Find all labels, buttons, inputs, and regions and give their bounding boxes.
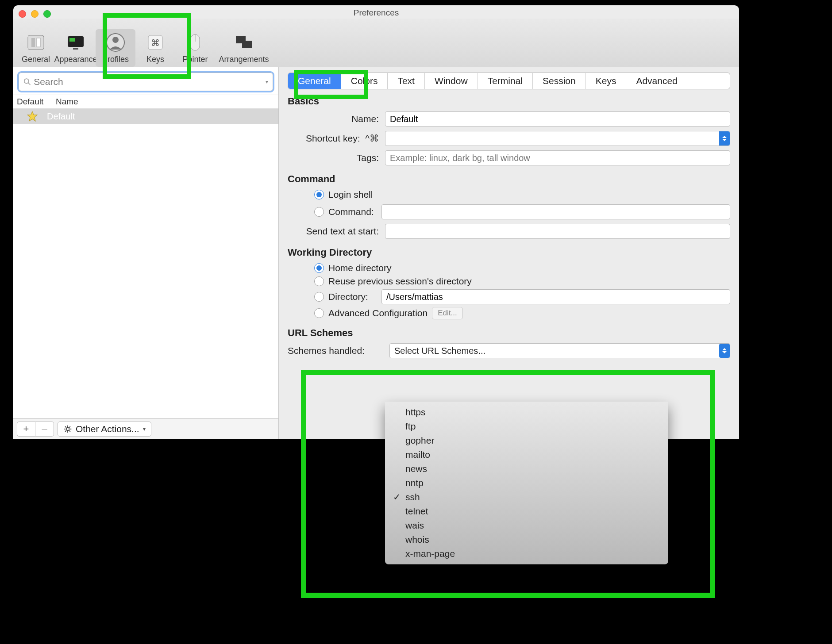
reuse-dir-radio[interactable]	[314, 276, 324, 286]
toolbar-arrangements[interactable]: Arrangements	[215, 29, 273, 67]
window-controls	[19, 10, 51, 18]
profile-tabs: General Colors Text Window Terminal Sess…	[288, 73, 730, 89]
sidebar-bottom-bar: + – Other Actions... ▾	[13, 418, 278, 439]
search-input[interactable]	[34, 77, 267, 87]
window-title: Preferences	[13, 8, 739, 18]
advanced-config-label: Advanced Configuration	[328, 308, 428, 318]
profiles-sidebar: ▾ Default Name Default + – Other Actions…	[13, 67, 279, 439]
add-profile-button[interactable]: +	[17, 422, 35, 437]
home-dir-label: Home directory	[328, 263, 391, 273]
scheme-option[interactable]: nntp	[385, 476, 668, 490]
svg-line-15	[28, 83, 30, 85]
arrangements-icon	[233, 32, 254, 53]
tab-session[interactable]: Session	[533, 73, 586, 89]
login-shell-label: Login shell	[328, 189, 373, 200]
svg-rect-4	[69, 38, 75, 42]
profile-settings-panel: General Colors Text Window Terminal Sess…	[279, 67, 739, 439]
switch-icon	[25, 32, 46, 53]
command-radio[interactable]	[314, 207, 324, 217]
url-schemes-dropdown[interactable]: https ftp gopher mailto news nntp ssh te…	[385, 402, 668, 564]
tab-terminal[interactable]: Terminal	[478, 73, 533, 89]
svg-rect-0	[28, 35, 44, 50]
profile-name: Default	[47, 111, 75, 122]
toolbar-keys[interactable]: ⌘ Keys	[135, 29, 175, 67]
other-actions-menu[interactable]: Other Actions... ▾	[58, 422, 151, 437]
profile-row[interactable]: Default	[13, 109, 278, 124]
close-button[interactable]	[19, 10, 26, 18]
scheme-option[interactable]: news	[385, 462, 668, 476]
reuse-dir-label: Reuse previous session's directory	[328, 276, 472, 287]
chevron-down-icon[interactable]: ▾	[266, 79, 268, 85]
toolbar: General Appearance Profiles ⌘ Keys Point…	[13, 19, 739, 67]
scheme-option[interactable]: https	[385, 405, 668, 419]
command-label: Command:	[328, 207, 381, 217]
svg-point-7	[112, 37, 119, 43]
command-key-icon: ⌘	[145, 32, 166, 53]
command-input[interactable]	[381, 204, 730, 219]
svg-rect-2	[37, 38, 40, 47]
scheme-option[interactable]: ssh	[385, 490, 668, 504]
svg-line-24	[65, 430, 66, 432]
chevron-down-icon	[719, 344, 730, 358]
name-input[interactable]	[385, 111, 730, 126]
preferences-window: Preferences General Appearance Profiles …	[13, 5, 739, 439]
profile-list-header: Default Name	[13, 95, 278, 109]
svg-point-14	[24, 79, 29, 83]
send-text-input[interactable]	[385, 224, 730, 239]
svg-rect-1	[31, 38, 35, 47]
svg-line-22	[65, 426, 66, 428]
shortcut-select[interactable]	[385, 131, 730, 146]
tab-text[interactable]: Text	[388, 73, 425, 89]
svg-line-25	[69, 426, 70, 428]
home-dir-radio[interactable]	[314, 263, 324, 273]
url-schemes-heading: URL Schemes	[288, 327, 730, 339]
remove-profile-button[interactable]: –	[35, 422, 54, 437]
tags-label: Tags:	[288, 153, 385, 163]
mouse-icon	[185, 32, 206, 53]
directory-label: Directory:	[328, 291, 381, 302]
shortcut-label: Shortcut key: ^⌘	[288, 133, 385, 144]
tab-colors[interactable]: Colors	[341, 73, 388, 89]
name-label: Name:	[288, 114, 385, 124]
scheme-option[interactable]: gopher	[385, 433, 668, 448]
profile-list[interactable]: Default	[13, 109, 278, 368]
toolbar-appearance[interactable]: Appearance	[56, 29, 96, 67]
schemes-select[interactable]: Select URL Schemes...	[389, 343, 730, 358]
tab-window[interactable]: Window	[425, 73, 478, 89]
toolbar-pointer[interactable]: Pointer	[175, 29, 215, 67]
column-name[interactable]: Name	[52, 95, 278, 108]
search-icon	[23, 78, 31, 86]
tab-advanced[interactable]: Advanced	[626, 73, 687, 89]
directory-radio[interactable]	[314, 292, 324, 302]
scheme-option[interactable]: ftp	[385, 419, 668, 433]
tab-keys[interactable]: Keys	[586, 73, 627, 89]
column-default[interactable]: Default	[13, 95, 52, 108]
svg-marker-16	[27, 111, 37, 121]
toolbar-general[interactable]: General	[16, 29, 56, 67]
login-shell-radio[interactable]	[314, 190, 324, 199]
zoom-button[interactable]	[43, 10, 51, 18]
working-dir-heading: Working Directory	[288, 247, 730, 258]
command-heading: Command	[288, 173, 730, 185]
scheme-option[interactable]: telnet	[385, 504, 668, 518]
scheme-option[interactable]: whois	[385, 533, 668, 547]
scheme-option[interactable]: mailto	[385, 448, 668, 462]
scheme-option[interactable]: x-man-page	[385, 547, 668, 561]
scheme-option[interactable]: wais	[385, 518, 668, 533]
minimize-button[interactable]	[31, 10, 39, 18]
edit-button[interactable]: Edit...	[432, 307, 462, 319]
tags-input[interactable]	[385, 150, 730, 165]
schemes-handled-label: Schemes handled:	[288, 345, 389, 356]
titlebar: Preferences	[13, 5, 739, 19]
search-field[interactable]: ▾	[19, 73, 273, 91]
directory-input[interactable]	[381, 289, 730, 304]
tab-general[interactable]: General	[288, 73, 341, 89]
profile-icon	[105, 32, 126, 53]
svg-text:⌘: ⌘	[151, 38, 160, 48]
advanced-config-radio[interactable]	[314, 308, 324, 318]
toolbar-profiles[interactable]: Profiles	[96, 29, 135, 67]
basics-heading: Basics	[288, 96, 730, 107]
chevron-down-icon: ▾	[143, 426, 146, 432]
send-text-label: Send text at start:	[288, 226, 385, 237]
star-icon	[27, 111, 38, 122]
